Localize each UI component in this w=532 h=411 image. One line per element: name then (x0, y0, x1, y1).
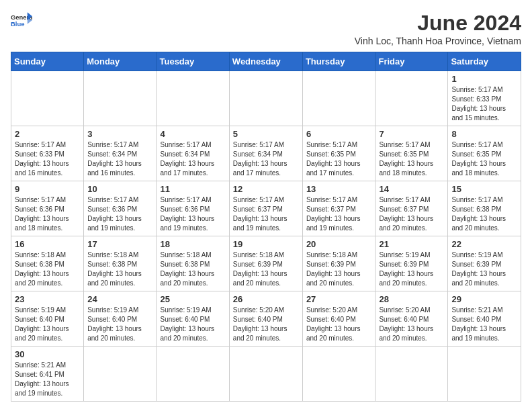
calendar-cell: 15Sunrise: 5:17 AM Sunset: 6:38 PM Dayli… (448, 181, 521, 236)
day-number: 20 (306, 239, 372, 249)
day-info: Sunrise: 5:17 AM Sunset: 6:37 PM Dayligh… (379, 195, 444, 233)
day-number: 25 (160, 294, 225, 304)
weekday-header-row: SundayMondayTuesdayWednesdayThursdayFrid… (11, 52, 521, 71)
weekday-header-monday: Monday (84, 52, 157, 71)
calendar-table: SundayMondayTuesdayWednesdayThursdayFrid… (11, 52, 521, 402)
weekday-header-sunday: Sunday (11, 52, 84, 71)
calendar-cell: 1Sunrise: 5:17 AM Sunset: 6:33 PM Daylig… (448, 71, 521, 126)
weekday-header-wednesday: Wednesday (229, 52, 302, 71)
day-number: 27 (306, 294, 372, 304)
day-info: Sunrise: 5:18 AM Sunset: 6:39 PM Dayligh… (233, 250, 299, 288)
day-info: Sunrise: 5:18 AM Sunset: 6:38 PM Dayligh… (15, 250, 80, 288)
calendar-cell (375, 347, 448, 402)
day-info: Sunrise: 5:17 AM Sunset: 6:37 PM Dayligh… (306, 195, 372, 233)
calendar-cell (84, 71, 157, 126)
calendar-cell: 20Sunrise: 5:18 AM Sunset: 6:39 PM Dayli… (302, 236, 375, 291)
calendar-week-1: 1Sunrise: 5:17 AM Sunset: 6:33 PM Daylig… (11, 71, 521, 126)
day-info: Sunrise: 5:17 AM Sunset: 6:34 PM Dayligh… (87, 140, 152, 178)
generalblue-logo-icon: General Blue (11, 11, 32, 30)
calendar-cell: 8Sunrise: 5:17 AM Sunset: 6:35 PM Daylig… (448, 126, 521, 181)
calendar-cell (448, 347, 521, 402)
day-number: 10 (87, 184, 152, 194)
day-info: Sunrise: 5:20 AM Sunset: 6:40 PM Dayligh… (233, 306, 299, 343)
day-number: 30 (15, 349, 80, 359)
logo: General Blue (11, 11, 32, 30)
calendar-cell: 26Sunrise: 5:20 AM Sunset: 6:40 PM Dayli… (229, 291, 302, 347)
calendar-week-5: 23Sunrise: 5:19 AM Sunset: 6:40 PM Dayli… (11, 291, 521, 347)
day-number: 24 (87, 294, 152, 304)
day-info: Sunrise: 5:17 AM Sunset: 6:34 PM Dayligh… (160, 140, 225, 178)
calendar-cell: 21Sunrise: 5:19 AM Sunset: 6:39 PM Dayli… (375, 236, 448, 291)
weekday-header-tuesday: Tuesday (157, 52, 229, 71)
calendar-cell: 18Sunrise: 5:18 AM Sunset: 6:38 PM Dayli… (157, 236, 229, 291)
calendar-cell: 10Sunrise: 5:17 AM Sunset: 6:36 PM Dayli… (84, 181, 157, 236)
calendar-cell: 7Sunrise: 5:17 AM Sunset: 6:35 PM Daylig… (375, 126, 448, 181)
calendar-cell: 11Sunrise: 5:17 AM Sunset: 6:36 PM Dayli… (157, 181, 229, 236)
day-info: Sunrise: 5:20 AM Sunset: 6:40 PM Dayligh… (306, 306, 372, 343)
day-number: 14 (379, 184, 444, 194)
day-number: 16 (15, 239, 80, 249)
calendar-cell: 19Sunrise: 5:18 AM Sunset: 6:39 PM Dayli… (229, 236, 302, 291)
day-number: 15 (451, 184, 517, 194)
calendar-cell: 5Sunrise: 5:17 AM Sunset: 6:34 PM Daylig… (229, 126, 302, 181)
calendar-cell (84, 347, 157, 402)
calendar-cell: 24Sunrise: 5:19 AM Sunset: 6:40 PM Dayli… (84, 291, 157, 347)
day-info: Sunrise: 5:17 AM Sunset: 6:35 PM Dayligh… (451, 140, 517, 178)
calendar-cell: 16Sunrise: 5:18 AM Sunset: 6:38 PM Dayli… (11, 236, 84, 291)
day-info: Sunrise: 5:17 AM Sunset: 6:36 PM Dayligh… (87, 195, 152, 233)
day-number: 23 (15, 294, 80, 304)
calendar-cell (157, 347, 229, 402)
calendar-cell: 29Sunrise: 5:21 AM Sunset: 6:40 PM Dayli… (448, 291, 521, 347)
day-info: Sunrise: 5:17 AM Sunset: 6:38 PM Dayligh… (451, 195, 517, 233)
day-info: Sunrise: 5:20 AM Sunset: 6:40 PM Dayligh… (379, 306, 444, 343)
calendar-cell: 28Sunrise: 5:20 AM Sunset: 6:40 PM Dayli… (375, 291, 448, 347)
day-number: 19 (233, 239, 299, 249)
day-info: Sunrise: 5:19 AM Sunset: 6:40 PM Dayligh… (160, 306, 225, 343)
day-number: 11 (160, 184, 225, 194)
day-number: 29 (451, 294, 517, 304)
calendar-cell (229, 71, 302, 126)
day-info: Sunrise: 5:21 AM Sunset: 6:40 PM Dayligh… (451, 306, 517, 343)
calendar-cell (229, 347, 302, 402)
calendar-cell: 14Sunrise: 5:17 AM Sunset: 6:37 PM Dayli… (375, 181, 448, 236)
day-number: 22 (451, 239, 517, 249)
calendar-cell: 22Sunrise: 5:19 AM Sunset: 6:39 PM Dayli… (448, 236, 521, 291)
calendar-cell: 12Sunrise: 5:17 AM Sunset: 6:37 PM Dayli… (229, 181, 302, 236)
calendar-title: June 2024 (355, 11, 521, 36)
calendar-cell: 2Sunrise: 5:17 AM Sunset: 6:33 PM Daylig… (11, 126, 84, 181)
day-info: Sunrise: 5:18 AM Sunset: 6:38 PM Dayligh… (160, 250, 225, 288)
day-info: Sunrise: 5:19 AM Sunset: 6:39 PM Dayligh… (379, 250, 444, 288)
calendar-cell (11, 71, 84, 126)
calendar-cell: 27Sunrise: 5:20 AM Sunset: 6:40 PM Dayli… (302, 291, 375, 347)
day-info: Sunrise: 5:19 AM Sunset: 6:40 PM Dayligh… (87, 306, 152, 343)
day-info: Sunrise: 5:17 AM Sunset: 6:34 PM Dayligh… (233, 140, 299, 178)
day-number: 21 (379, 239, 444, 249)
calendar-cell (302, 347, 375, 402)
day-number: 4 (160, 129, 225, 139)
day-number: 8 (451, 129, 517, 139)
calendar-week-4: 16Sunrise: 5:18 AM Sunset: 6:38 PM Dayli… (11, 236, 521, 291)
weekday-header-thursday: Thursday (302, 52, 375, 71)
calendar-cell: 17Sunrise: 5:18 AM Sunset: 6:38 PM Dayli… (84, 236, 157, 291)
calendar-week-6: 30Sunrise: 5:21 AM Sunset: 6:41 PM Dayli… (11, 347, 521, 402)
calendar-cell: 4Sunrise: 5:17 AM Sunset: 6:34 PM Daylig… (157, 126, 229, 181)
day-number: 12 (233, 184, 299, 194)
day-info: Sunrise: 5:17 AM Sunset: 6:35 PM Dayligh… (379, 140, 444, 178)
day-info: Sunrise: 5:17 AM Sunset: 6:33 PM Dayligh… (451, 85, 517, 123)
day-info: Sunrise: 5:17 AM Sunset: 6:37 PM Dayligh… (233, 195, 299, 233)
calendar-cell: 9Sunrise: 5:17 AM Sunset: 6:36 PM Daylig… (11, 181, 84, 236)
calendar-week-2: 2Sunrise: 5:17 AM Sunset: 6:33 PM Daylig… (11, 126, 521, 181)
day-number: 9 (15, 184, 80, 194)
day-number: 3 (87, 129, 152, 139)
day-info: Sunrise: 5:21 AM Sunset: 6:41 PM Dayligh… (15, 361, 80, 398)
day-info: Sunrise: 5:17 AM Sunset: 6:36 PM Dayligh… (160, 195, 225, 233)
day-number: 13 (306, 184, 372, 194)
day-info: Sunrise: 5:17 AM Sunset: 6:33 PM Dayligh… (15, 140, 80, 178)
calendar-subtitle: Vinh Loc, Thanh Hoa Province, Vietnam (355, 36, 521, 46)
day-number: 7 (379, 129, 444, 139)
day-info: Sunrise: 5:18 AM Sunset: 6:39 PM Dayligh… (306, 250, 372, 288)
calendar-week-3: 9Sunrise: 5:17 AM Sunset: 6:36 PM Daylig… (11, 181, 521, 236)
calendar-cell (302, 71, 375, 126)
day-info: Sunrise: 5:19 AM Sunset: 6:39 PM Dayligh… (451, 250, 517, 288)
day-number: 17 (87, 239, 152, 249)
